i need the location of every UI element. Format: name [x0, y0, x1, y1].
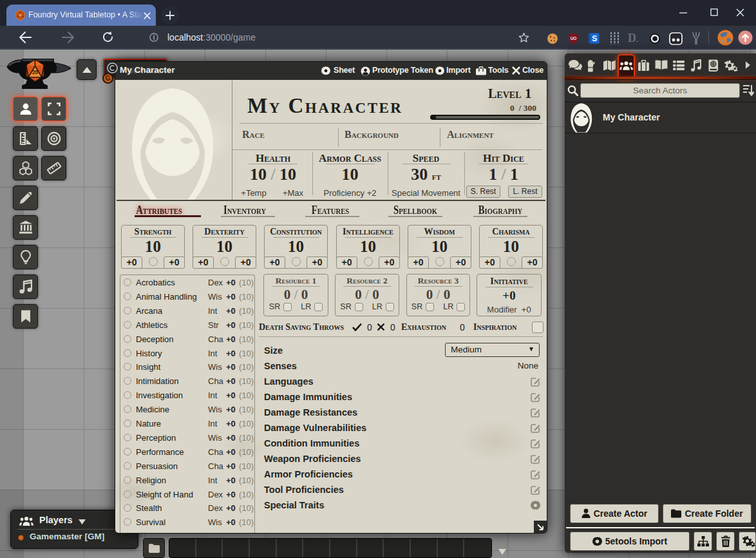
svg-text:UO: UO: [571, 36, 577, 41]
svg-text:S: S: [592, 34, 597, 43]
svg-text:20: 20: [32, 70, 39, 75]
